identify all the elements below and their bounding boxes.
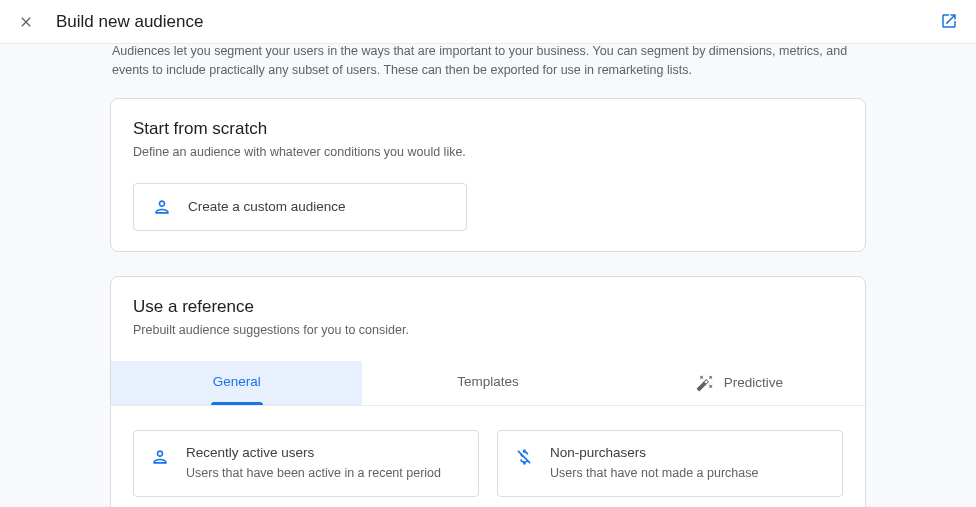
no-money-icon	[514, 447, 534, 467]
page-title: Build new audience	[56, 12, 203, 32]
magic-wand-icon	[696, 374, 714, 392]
options-grid: Recently active users Users that have be…	[133, 430, 843, 508]
option-recently-active[interactable]: Recently active users Users that have be…	[133, 430, 479, 498]
tab-predictive[interactable]: Predictive	[614, 361, 865, 405]
tabs: General Templates Predictive	[111, 361, 865, 406]
option-title: Non-purchasers	[550, 445, 758, 460]
open-external-icon	[940, 12, 958, 30]
header-left: Build new audience	[16, 12, 203, 32]
reference-subtitle: Prebuilt audience suggestions for you to…	[133, 323, 843, 337]
tab-templates[interactable]: Templates	[362, 361, 613, 405]
tab-predictive-label: Predictive	[724, 375, 783, 390]
option-title: Recently active users	[186, 445, 441, 460]
scratch-card: Start from scratch Define an audience wi…	[110, 98, 866, 252]
close-icon	[18, 14, 34, 30]
reference-card: Use a reference Prebuilt audience sugges…	[110, 276, 866, 508]
option-non-purchasers[interactable]: Non-purchasers Users that have not made …	[497, 430, 843, 498]
option-desc: Users that have been active in a recent …	[186, 465, 441, 483]
content-area: Audiences let you segment your users in …	[0, 44, 976, 507]
person-icon	[150, 447, 170, 467]
scratch-subtitle: Define an audience with whatever conditi…	[133, 145, 843, 159]
close-button[interactable]	[16, 12, 36, 32]
create-button-label: Create a custom audience	[188, 199, 346, 214]
reference-title: Use a reference	[133, 297, 843, 317]
person-icon	[152, 197, 172, 217]
tab-general[interactable]: General	[111, 361, 362, 405]
option-desc: Users that have not made a purchase	[550, 465, 758, 483]
open-external-button[interactable]	[940, 12, 960, 32]
header: Build new audience	[0, 0, 976, 44]
scratch-title: Start from scratch	[133, 119, 843, 139]
intro-text: Audiences let you segment your users in …	[110, 44, 866, 98]
create-custom-audience-button[interactable]: Create a custom audience	[133, 183, 467, 231]
